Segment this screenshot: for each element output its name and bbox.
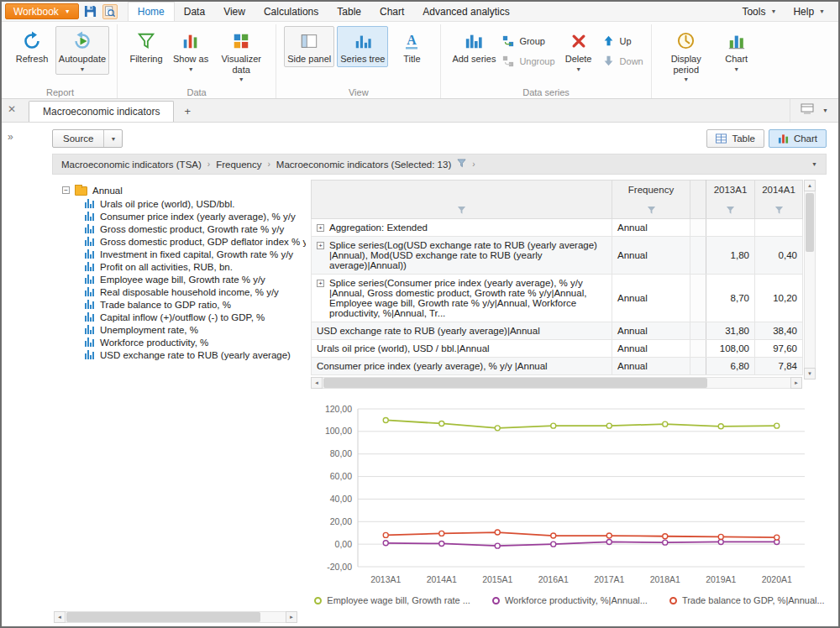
- tree-item[interactable]: Capital inflow (+)/outflow (-) to GDP, %: [85, 311, 306, 323]
- tree-item[interactable]: Real disposable household income, % y/y: [85, 285, 306, 298]
- help-menu[interactable]: Help▼: [786, 6, 832, 18]
- breadcrumb-next-icon[interactable]: ›: [472, 160, 475, 169]
- table-view-button[interactable]: Table: [706, 129, 764, 148]
- tab-chart[interactable]: Chart: [370, 2, 413, 21]
- scroll-left-icon[interactable]: ◄: [311, 377, 323, 389]
- tab-advanced-analytics[interactable]: Advanced analytics: [413, 2, 518, 21]
- series-tree-button[interactable]: Series tree: [337, 26, 388, 67]
- scroll-left-icon[interactable]: ◄: [54, 611, 66, 623]
- collapse-icon[interactable]: −: [62, 186, 70, 194]
- autoupdate-icon: [71, 29, 94, 52]
- move-down-button[interactable]: Down: [602, 55, 643, 67]
- filter-icon[interactable]: [457, 206, 466, 215]
- svg-text:2019A1: 2019A1: [706, 574, 736, 584]
- table-vertical-scrollbar[interactable]: ▲ ▼: [804, 180, 816, 379]
- legend-item[interactable]: Workforce productivity, %|Annual...: [492, 595, 648, 605]
- svg-text:60,00: 60,00: [330, 471, 352, 481]
- layout-button[interactable]: [801, 103, 814, 118]
- scroll-right-icon[interactable]: ►: [790, 377, 802, 389]
- tree-item[interactable]: Employee wage bill, Growth rate % y/y: [85, 273, 306, 285]
- table-horizontal-scrollbar[interactable]: ◄ ►: [311, 377, 802, 389]
- side-panel-button[interactable]: Side panel: [284, 26, 334, 67]
- expand-icon[interactable]: +: [317, 242, 324, 249]
- tree-item[interactable]: Trade balance to GDP ratio, %: [85, 298, 306, 311]
- source-button[interactable]: Source ▼: [52, 129, 123, 148]
- tab-table[interactable]: Table: [328, 2, 370, 21]
- breadcrumb-item-frequency[interactable]: Frequency: [216, 160, 261, 170]
- refresh-button[interactable]: Refresh: [11, 26, 53, 67]
- expand-icon[interactable]: +: [317, 280, 324, 287]
- svg-text:2018A1: 2018A1: [650, 574, 680, 584]
- tab-view[interactable]: View: [214, 2, 255, 21]
- add-series-button[interactable]: Add series: [449, 26, 499, 67]
- tree-item[interactable]: Profit on all activities, RUB, bn.: [85, 260, 306, 273]
- filter-icon[interactable]: [774, 206, 784, 215]
- tree-item[interactable]: USD exchange rate to RUB (yearly average…: [85, 348, 306, 361]
- autoupdate-button[interactable]: Autoupdate ▼: [55, 26, 109, 75]
- expand-icon[interactable]: +: [317, 224, 324, 232]
- display-period-button[interactable]: Display period ▼: [659, 26, 713, 85]
- table-row[interactable]: +Splice series(Log(USD exchange rate to …: [312, 237, 803, 275]
- tree-horizontal-scrollbar[interactable]: ◄ ►: [54, 611, 297, 623]
- legend-item[interactable]: Employee wage bill, Growth rate ...: [314, 595, 470, 605]
- scroll-down-icon[interactable]: ▼: [804, 368, 816, 379]
- column-header-frequency[interactable]: Frequency: [612, 181, 690, 219]
- tree-item[interactable]: Workforce productivity, %: [85, 336, 306, 348]
- filter-icon[interactable]: [726, 206, 735, 215]
- tab-data[interactable]: Data: [175, 2, 214, 21]
- save-button[interactable]: [83, 4, 98, 19]
- tree-root-annual[interactable]: − Annual: [62, 183, 306, 197]
- visualizer-data-button[interactable]: Visualizer data ▼: [214, 26, 268, 85]
- filtering-button[interactable]: Filtering: [125, 26, 167, 67]
- table-row[interactable]: USD exchange rate to RUB (yearly average…: [312, 322, 803, 340]
- breadcrumb-filter-icon[interactable]: [457, 159, 466, 170]
- column-header-2014[interactable]: 2014A1: [755, 181, 803, 219]
- document-tab[interactable]: Macroeconomic indicators: [29, 101, 174, 122]
- table-row[interactable]: +Splice series(Consumer price index (yea…: [312, 275, 803, 322]
- table-row[interactable]: Consumer price index (yearly average), %…: [312, 358, 803, 375]
- expand-panel-icon[interactable]: »: [8, 132, 13, 142]
- close-icon[interactable]: ✕: [8, 104, 16, 114]
- ungroup-button[interactable]: Ungroup: [501, 55, 554, 67]
- chevron-down-icon: ▼: [65, 8, 71, 14]
- table-row[interactable]: +Aggregation: Extended Annual: [312, 219, 803, 237]
- chevron-down-icon[interactable]: ▼: [822, 107, 828, 113]
- show-as-button[interactable]: Show as ▼: [170, 26, 212, 75]
- scroll-up-icon[interactable]: ▲: [804, 180, 816, 191]
- scrollbar-thumb[interactable]: [66, 612, 260, 622]
- scrollbar-thumb[interactable]: [323, 378, 707, 388]
- series-icon: [85, 300, 95, 309]
- tree-item[interactable]: Gross domestic product, GDP deflator ind…: [85, 235, 306, 248]
- chart-view-button[interactable]: Chart: [769, 129, 827, 148]
- tree-item[interactable]: Investment in fixed capital, Growth rate…: [85, 248, 306, 260]
- column-header-name[interactable]: [312, 181, 612, 219]
- group-button[interactable]: Group: [501, 34, 554, 47]
- breadcrumb-item-source[interactable]: Macroeconomic indicators (TSA): [61, 160, 202, 170]
- svg-text:A: A: [407, 33, 417, 47]
- tab-calculations[interactable]: Calculations: [255, 2, 328, 21]
- series-icon: [85, 199, 95, 208]
- column-header-2013[interactable]: 2013A1: [706, 181, 755, 219]
- tools-menu[interactable]: Tools▼: [735, 6, 783, 18]
- line-chart[interactable]: -20,000,0020,0040,0060,0080,00100,00120,…: [311, 399, 815, 590]
- tree-item[interactable]: Gross domestic product, Growth rate % y/…: [85, 222, 306, 235]
- move-up-button[interactable]: Up: [602, 34, 643, 47]
- delete-button[interactable]: Delete ▼: [558, 26, 600, 75]
- tab-home[interactable]: Home: [128, 2, 175, 21]
- filter-icon[interactable]: [647, 206, 656, 215]
- breadcrumb-item-indicators[interactable]: Macroeconomic indicators (Selected: 13): [276, 160, 451, 170]
- chart-button[interactable]: Chart ▼: [716, 26, 758, 75]
- scrollbar-thumb[interactable]: [806, 193, 814, 252]
- workbook-menu-button[interactable]: Workbook ▼: [5, 3, 79, 19]
- title-button[interactable]: A Title: [391, 26, 433, 67]
- chevron-down-icon[interactable]: ▼: [811, 161, 817, 167]
- series-icon: [85, 350, 95, 359]
- tree-item[interactable]: Consumer price index (yearly average), %…: [85, 210, 306, 222]
- tree-item[interactable]: Urals oil price (world), USD/bbl.: [85, 197, 306, 210]
- scroll-right-icon[interactable]: ►: [286, 611, 297, 623]
- legend-item[interactable]: Trade balance to GDP, %|Annual...: [669, 595, 825, 605]
- tree-item[interactable]: Unemployment rate, %: [85, 323, 306, 336]
- add-tab-button[interactable]: +: [174, 101, 201, 122]
- table-row[interactable]: Urals oil price (world), USD / bbl.|Annu…: [312, 340, 803, 358]
- print-preview-button[interactable]: [102, 4, 118, 19]
